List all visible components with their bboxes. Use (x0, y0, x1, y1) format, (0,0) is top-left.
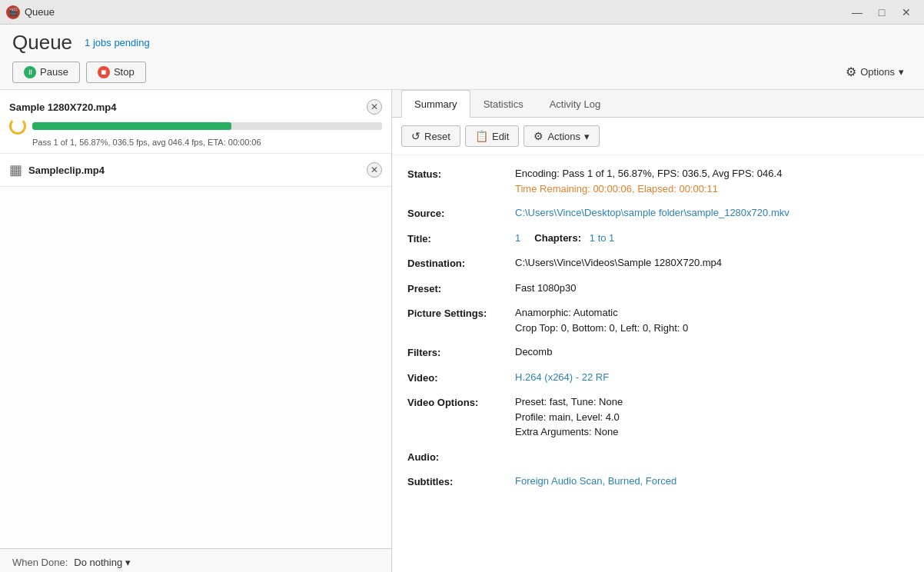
queue-list: Sample 1280X720.mp4 ✕ Pass 1 of 1, 56.87… (0, 90, 391, 548)
edit-label: Edit (492, 131, 509, 142)
title-number: 1 (515, 232, 520, 244)
filters-label: Filters: (407, 344, 515, 361)
stop-icon: ⏹ (98, 66, 110, 78)
detail-toolbar: ↺ Reset 📋 Edit ⚙ Actions ▾ (392, 118, 924, 155)
chapters-value: 1 to 1 (590, 232, 615, 244)
tab-activity-log[interactable]: Activity Log (537, 90, 613, 118)
title-bar: 🎬 Queue — □ ✕ (0, 0, 924, 25)
reset-button[interactable]: ↺ Reset (401, 125, 460, 147)
queue-item-waiting: ▦ Sampleclip.mp4 ✕ (0, 154, 391, 187)
pause-button[interactable]: ⏸ Pause (12, 62, 80, 83)
preset-row: Preset: Fast 1080p30 (407, 281, 909, 297)
audio-value (515, 449, 909, 465)
picture-settings-value: Anamorphic: Automatic Crop Top: 0, Botto… (515, 305, 909, 335)
source-value: C:\Users\Vince\Desktop\sample folder\sam… (515, 205, 909, 221)
pause-label: Pause (40, 66, 68, 78)
edit-icon: 📋 (475, 130, 488, 142)
actions-button[interactable]: ⚙ Actions ▾ (523, 125, 600, 147)
file-icon: ▦ (9, 161, 22, 178)
queue-panel: Sample 1280X720.mp4 ✕ Pass 1 of 1, 56.87… (0, 90, 392, 572)
page-title: Queue (12, 31, 72, 55)
filters-value: Decomb (515, 344, 909, 361)
progress-bar (32, 122, 382, 130)
picture-settings-line1: Anamorphic: Automatic (515, 305, 909, 321)
stop-button[interactable]: ⏹ Stop (86, 62, 146, 83)
audio-label: Audio: (407, 449, 515, 465)
subtitles-value: Foreign Audio Scan, Burned, Forced (515, 474, 909, 490)
detail-content: Status: Encoding: Pass 1 of 1, 56.87%, F… (392, 155, 924, 572)
options-chevron-icon: ▾ (899, 66, 904, 78)
actions-label: Actions (547, 131, 580, 142)
app-header: Queue 1 jobs pending ⏸ Pause ⏹ Stop ⚙ Op… (0, 25, 924, 90)
queue-item-title-1: Sample 1280X720.mp4 (9, 101, 116, 113)
minimize-button[interactable]: — (846, 4, 869, 21)
when-done-select[interactable]: Do nothing ▾ (74, 557, 131, 568)
video-options-line2: Profile: main, Level: 4.0 (515, 410, 909, 425)
queue-item-encoding: Sample 1280X720.mp4 ✕ Pass 1 of 1, 56.87… (0, 93, 391, 154)
title-label: Title: (407, 231, 515, 247)
progress-text: Pass 1 of 1, 56.87%, 036.5 fps, avg 046.… (32, 138, 382, 147)
toolbar: ⏸ Pause ⏹ Stop ⚙ Options ▾ (12, 61, 912, 89)
destination-row: Destination: C:\Users\Vince\Videos\Sampl… (407, 255, 909, 271)
video-options-label: Video Options: (407, 394, 515, 440)
status-line1: Encoding: Pass 1 of 1, 56.87%, FPS: 036.… (515, 166, 909, 181)
stop-label: Stop (114, 66, 135, 78)
options-label: Options (860, 66, 895, 78)
source-label: Source: (407, 205, 515, 221)
title-value: 1 Chapters: 1 to 1 (515, 231, 909, 247)
actions-icon: ⚙ (533, 130, 543, 142)
jobs-pending-badge: 1 jobs pending (85, 37, 150, 48)
preset-value: Fast 1080p30 (515, 281, 909, 297)
filters-row: Filters: Decomb (407, 344, 909, 361)
video-options-line3: Extra Arguments: None (515, 424, 909, 440)
title-row: Title: 1 Chapters: 1 to 1 (407, 231, 909, 247)
video-options-row: Video Options: Preset: fast, Tune: None … (407, 394, 909, 440)
when-done-chevron-icon: ▾ (125, 557, 131, 568)
maximize-button[interactable]: □ (870, 4, 893, 21)
when-done-label: When Done: (12, 557, 68, 568)
main-layout: Sample 1280X720.mp4 ✕ Pass 1 of 1, 56.87… (0, 90, 924, 572)
gear-icon: ⚙ (846, 65, 856, 79)
actions-chevron-icon: ▾ (584, 131, 590, 142)
video-row: Video: H.264 (x264) - 22 RF (407, 370, 909, 386)
source-row: Source: C:\Users\Vince\Desktop\sample fo… (407, 205, 909, 221)
subtitles-row: Subtitles: Foreign Audio Scan, Burned, F… (407, 474, 909, 490)
encoding-spinner (9, 118, 26, 135)
video-options-line1: Preset: fast, Tune: None (515, 394, 909, 410)
video-value: H.264 (x264) - 22 RF (515, 370, 909, 386)
queue-item-title-2: Sampleclip.mp4 (28, 165, 105, 176)
app-icon: 🎬 (6, 5, 20, 19)
video-options-value: Preset: fast, Tune: None Profile: main, … (515, 394, 909, 440)
picture-settings-label: Picture Settings: (407, 305, 515, 335)
remove-item-1-button[interactable]: ✕ (367, 99, 382, 115)
edit-button[interactable]: 📋 Edit (465, 125, 519, 147)
preset-label: Preset: (407, 281, 515, 297)
chapters-label: Chapters: (534, 232, 581, 244)
queue-footer: When Done: Do nothing ▾ (0, 548, 391, 572)
progress-fill (32, 122, 231, 130)
picture-settings-line2: Crop Top: 0, Bottom: 0, Left: 0, Right: … (515, 321, 909, 336)
pause-icon: ⏸ (24, 66, 36, 78)
when-done-value: Do nothing (74, 557, 122, 568)
close-button[interactable]: ✕ (895, 4, 918, 21)
picture-settings-row: Picture Settings: Anamorphic: Automatic … (407, 305, 909, 335)
tab-bar: Summary Statistics Activity Log (392, 90, 924, 118)
destination-value: C:\Users\Vince\Videos\Sample 1280X720.mp… (515, 255, 909, 271)
remove-item-2-button[interactable]: ✕ (367, 162, 382, 178)
subtitles-label: Subtitles: (407, 474, 515, 490)
destination-label: Destination: (407, 255, 515, 271)
video-label: Video: (407, 370, 515, 386)
status-row: Status: Encoding: Pass 1 of 1, 56.87%, F… (407, 166, 909, 196)
status-label: Status: (407, 166, 515, 196)
status-line2: Time Remaining: 00:00:06, Elapsed: 00:00… (515, 181, 909, 197)
status-value: Encoding: Pass 1 of 1, 56.87%, FPS: 036.… (515, 166, 909, 196)
tab-summary[interactable]: Summary (401, 90, 470, 118)
title-bar-title: Queue (25, 6, 55, 18)
reset-icon: ↺ (411, 130, 420, 142)
tab-statistics[interactable]: Statistics (470, 90, 537, 118)
detail-panel: Summary Statistics Activity Log ↺ Reset … (392, 90, 924, 572)
window-controls: — □ ✕ (846, 4, 918, 21)
audio-row: Audio: (407, 449, 909, 465)
reset-label: Reset (424, 131, 450, 142)
options-button[interactable]: ⚙ Options ▾ (838, 61, 912, 83)
